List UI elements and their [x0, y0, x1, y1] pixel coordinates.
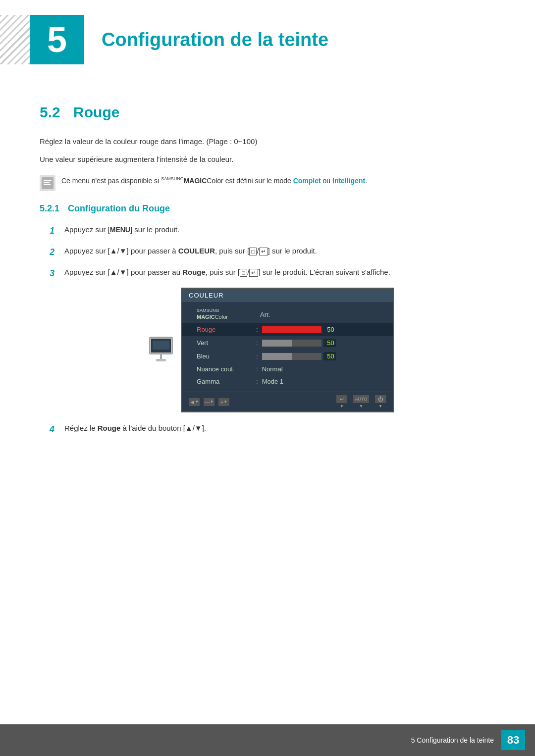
monitor-screen-container: COULEUR SAMSUNG MAGICColor Arr. Rouge — [181, 288, 394, 412]
note-box: Ce menu n'est pas disponible si SAMSUNGM… — [40, 175, 495, 191]
svg-rect-7 — [156, 359, 166, 361]
note-text: Ce menu n'est pas disponible si SAMSUNGM… — [61, 175, 367, 186]
svg-rect-8 — [153, 341, 169, 350]
menu-label-nuance: Nuance coul. — [197, 365, 256, 373]
svg-rect-2 — [44, 182, 50, 183]
footer-chapter-ref: 5 Configuration de la teinte — [411, 736, 494, 744]
vert-bar — [262, 340, 321, 347]
auto-btn: AUTO ▼ — [353, 395, 369, 408]
rouge-bar-container: 50 — [262, 325, 336, 334]
bleu-bar-fill — [262, 353, 292, 360]
step-text-4: Réglez le Rouge à l'aide du bouton [▲/▼]… — [64, 422, 495, 434]
steps-list-2: 4 Réglez le Rouge à l'aide du bouton [▲/… — [50, 422, 495, 437]
step-1: 1 Appuyez sur [MENU] sur le produit. — [50, 224, 495, 238]
enter-icon: ↵ — [336, 395, 347, 403]
step-2: 2 Appuyez sur [▲/▼] pour passer à COULEU… — [50, 245, 495, 259]
menu-header: COULEUR — [182, 289, 393, 302]
menu-row-gamma: Gamma : Mode 1 — [182, 375, 393, 388]
menu-value-magic: Arr. — [260, 311, 270, 318]
menu-row-vert: Vert : 50 — [182, 336, 393, 350]
step-3: 3 Appuyez sur [▲/▼] pour passer au Rouge… — [50, 266, 495, 281]
menu-colon-2: : — [256, 326, 258, 333]
power-btn: ⏻ ▼ — [375, 395, 386, 408]
header-stripe — [0, 15, 30, 64]
page-header: 5 Configuration de la teinte — [0, 0, 535, 74]
vert-bar-container: 50 — [262, 339, 336, 347]
footer-nav-icons: ◄▼ —▼ +▼ — [189, 398, 229, 406]
svg-rect-1 — [44, 180, 52, 181]
menu-row-magic-color: SAMSUNG MAGICColor Arr. — [182, 306, 393, 323]
steps-list: 1 Appuyez sur [MENU] sur le produit. 2 A… — [50, 224, 495, 280]
rouge-bar-number: 50 — [323, 325, 336, 334]
bleu-bar-container: 50 — [262, 352, 336, 360]
couleur-bold: COULEUR — [178, 247, 215, 255]
enter-btn: ↵ ▼ — [336, 395, 347, 408]
rouge-bold-4: Rouge — [98, 424, 121, 432]
menu-value-nuance: Normal — [262, 365, 283, 373]
footer-page-number: 83 — [501, 730, 525, 750]
subsection-title: 5.2.1 Configuration du Rouge — [40, 203, 495, 214]
menu-row-bleu: Bleu : 50 — [182, 350, 393, 363]
menu-label-gamma: Gamma — [197, 378, 256, 385]
monitor-wrap: COULEUR SAMSUNG MAGICColor Arr. Rouge — [149, 288, 495, 412]
section-number: 5.2 — [40, 104, 60, 120]
menu-label-rouge: Rouge — [197, 326, 256, 333]
svg-rect-3 — [44, 184, 51, 185]
monitor-screen: COULEUR SAMSUNG MAGICColor Arr. Rouge — [181, 288, 394, 412]
step-4: 4 Réglez le Rouge à l'aide du bouton [▲/… — [50, 422, 495, 437]
menu-colon-4: : — [256, 353, 258, 360]
menu-label-vert: Vert — [197, 339, 256, 347]
step-number-3: 3 — [50, 266, 64, 281]
menu-value-gamma: Mode 1 — [262, 378, 283, 385]
menu-body: SAMSUNG MAGICColor Arr. Rouge : — [182, 302, 393, 392]
vert-bar-fill — [262, 340, 292, 347]
rouge-bold-3: Rouge — [182, 268, 206, 276]
page-footer: 5 Configuration de la teinte 83 — [0, 724, 535, 756]
menu-row-nuance: Nuance coul. : Normal — [182, 363, 393, 375]
step-text-2: Appuyez sur [▲/▼] pour passer à COULEUR,… — [64, 245, 495, 257]
step-number-4: 4 — [50, 422, 64, 437]
chapter-number: 5 — [30, 15, 84, 64]
vert-bar-number: 50 — [323, 339, 336, 347]
bleu-bar-number: 50 — [323, 352, 336, 360]
menu-colon-5: : — [256, 365, 258, 373]
step-number-1: 1 — [50, 224, 64, 238]
menu-label-bleu: Bleu — [197, 353, 256, 360]
rouge-bar — [262, 326, 321, 333]
description2: Une valeur supérieure augmentera l'inten… — [40, 153, 495, 165]
description1: Réglez la valeur de la couleur rouge dan… — [40, 136, 495, 148]
menu-label-magic: SAMSUNG MAGICColor — [197, 308, 256, 320]
auto-icon: AUTO — [353, 395, 369, 403]
power-icon: ⏻ — [375, 395, 386, 403]
section-title: 5.2 Rouge — [40, 104, 495, 121]
step-text-1: Appuyez sur [MENU] sur le produit. — [64, 224, 495, 236]
step-number-2: 2 — [50, 245, 64, 259]
main-content: 5.2 Rouge Réglez la valeur de la couleur… — [0, 74, 535, 483]
note-icon — [40, 175, 55, 191]
plus-icon: +▼ — [218, 398, 229, 406]
chapter-title: Configuration de la teinte — [102, 29, 328, 50]
menu-key: MENU — [110, 226, 130, 234]
menu-row-rouge: Rouge : 50 — [182, 323, 393, 336]
footer-action-icons: ↵ ▼ AUTO ▼ ⏻ ▼ — [336, 395, 386, 408]
menu-colon-3: : — [256, 339, 258, 347]
menu-footer: ◄▼ —▼ +▼ ↵ ▼ AUTO ▼ — [182, 392, 393, 411]
step-text-3: Appuyez sur [▲/▼] pour passer au Rouge, … — [64, 266, 495, 278]
back-icon: ◄▼ — [189, 398, 200, 406]
monitor-icon — [149, 338, 173, 362]
bleu-bar — [262, 353, 321, 360]
svg-rect-6 — [160, 354, 162, 359]
rouge-bar-fill — [262, 326, 321, 333]
minus-icon: —▼ — [204, 398, 214, 406]
section-heading: Rouge — [73, 104, 119, 120]
menu-colon-6: : — [256, 378, 258, 385]
